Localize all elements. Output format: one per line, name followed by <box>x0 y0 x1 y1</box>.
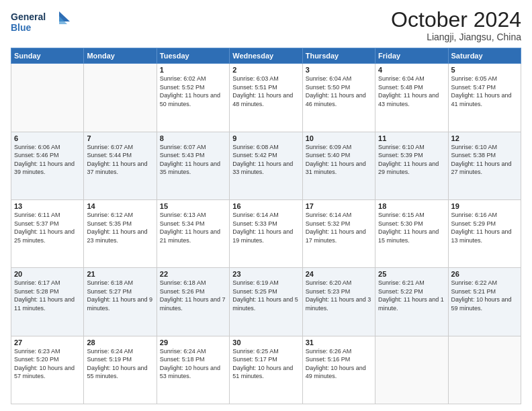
day-number: 13 <box>14 202 81 210</box>
day-number: 10 <box>306 134 372 142</box>
day-info: Sunrise: 6:21 AM Sunset: 5:22 PM Dayligh… <box>378 279 445 312</box>
day-info: Sunrise: 6:24 AM Sunset: 5:19 PM Dayligh… <box>87 347 153 381</box>
day-info: Sunrise: 6:06 AM Sunset: 5:46 PM Dayligh… <box>14 143 81 177</box>
col-tuesday: Tuesday <box>157 48 229 64</box>
svg-text:General: General <box>11 11 46 22</box>
day-number: 26 <box>451 270 518 278</box>
day-info: Sunrise: 6:15 AM Sunset: 5:30 PM Dayligh… <box>378 211 445 244</box>
table-row: 28Sunrise: 6:24 AM Sunset: 5:19 PM Dayli… <box>84 336 157 404</box>
day-info: Sunrise: 6:19 AM Sunset: 5:25 PM Dayligh… <box>232 279 299 312</box>
day-info: Sunrise: 6:07 AM Sunset: 5:44 PM Dayligh… <box>87 143 153 177</box>
table-row: 23Sunrise: 6:19 AM Sunset: 5:25 PM Dayli… <box>230 268 302 336</box>
day-number: 21 <box>87 270 153 278</box>
calendar-week-row: 27Sunrise: 6:23 AM Sunset: 5:20 PM Dayli… <box>11 336 521 404</box>
day-info: Sunrise: 6:23 AM Sunset: 5:20 PM Dayligh… <box>14 347 81 381</box>
day-info: Sunrise: 6:18 AM Sunset: 5:27 PM Dayligh… <box>87 279 153 312</box>
table-row: 12Sunrise: 6:10 AM Sunset: 5:38 PM Dayli… <box>448 132 521 199</box>
day-info: Sunrise: 6:10 AM Sunset: 5:38 PM Dayligh… <box>451 143 518 177</box>
day-info: Sunrise: 6:07 AM Sunset: 5:43 PM Dayligh… <box>160 143 226 177</box>
table-row: 10Sunrise: 6:09 AM Sunset: 5:40 PM Dayli… <box>302 132 375 199</box>
day-info: Sunrise: 6:17 AM Sunset: 5:28 PM Dayligh… <box>14 279 81 312</box>
day-info: Sunrise: 6:02 AM Sunset: 5:52 PM Dayligh… <box>160 75 226 108</box>
table-row: 11Sunrise: 6:10 AM Sunset: 5:39 PM Dayli… <box>375 132 448 199</box>
day-info: Sunrise: 6:04 AM Sunset: 5:50 PM Dayligh… <box>306 75 372 108</box>
calendar-week-row: 6Sunrise: 6:06 AM Sunset: 5:46 PM Daylig… <box>11 132 521 199</box>
day-number: 19 <box>451 202 518 210</box>
table-row: 24Sunrise: 6:20 AM Sunset: 5:23 PM Dayli… <box>302 268 375 336</box>
header: General Blue October 2024 Liangji, Jiang… <box>11 8 521 42</box>
day-info: Sunrise: 6:24 AM Sunset: 5:18 PM Dayligh… <box>160 347 226 381</box>
table-row: 18Sunrise: 6:15 AM Sunset: 5:30 PM Dayli… <box>375 199 448 267</box>
day-info: Sunrise: 6:14 AM Sunset: 5:33 PM Dayligh… <box>232 211 299 244</box>
col-wednesday: Wednesday <box>230 48 302 64</box>
table-row <box>375 336 448 404</box>
day-number: 8 <box>160 134 226 142</box>
page: General Blue October 2024 Liangji, Jiang… <box>0 0 532 411</box>
col-thursday: Thursday <box>302 48 375 64</box>
day-info: Sunrise: 6:13 AM Sunset: 5:34 PM Dayligh… <box>160 211 226 244</box>
table-row: 3Sunrise: 6:04 AM Sunset: 5:50 PM Daylig… <box>302 64 375 132</box>
table-row: 19Sunrise: 6:16 AM Sunset: 5:29 PM Dayli… <box>448 199 521 267</box>
logo-area: General Blue <box>11 8 71 40</box>
day-info: Sunrise: 6:18 AM Sunset: 5:26 PM Dayligh… <box>160 279 226 312</box>
calendar-week-row: 13Sunrise: 6:11 AM Sunset: 5:37 PM Dayli… <box>11 199 521 267</box>
day-number: 14 <box>87 202 153 210</box>
title-area: October 2024 Liangji, Jiangsu, China <box>391 8 521 42</box>
day-info: Sunrise: 6:20 AM Sunset: 5:23 PM Dayligh… <box>306 279 372 312</box>
day-number: 25 <box>378 270 445 278</box>
day-number: 30 <box>232 338 299 347</box>
day-number: 1 <box>160 66 226 74</box>
table-row: 29Sunrise: 6:24 AM Sunset: 5:18 PM Dayli… <box>157 336 229 404</box>
day-number: 4 <box>378 66 445 74</box>
table-row: 31Sunrise: 6:26 AM Sunset: 5:16 PM Dayli… <box>302 336 375 404</box>
table-row <box>11 64 84 132</box>
day-info: Sunrise: 6:22 AM Sunset: 5:21 PM Dayligh… <box>451 279 518 312</box>
table-row: 8Sunrise: 6:07 AM Sunset: 5:43 PM Daylig… <box>157 132 229 199</box>
col-monday: Monday <box>84 48 157 64</box>
day-number: 9 <box>232 134 299 142</box>
day-number: 3 <box>306 66 372 74</box>
day-number: 28 <box>87 338 153 347</box>
table-row: 26Sunrise: 6:22 AM Sunset: 5:21 PM Dayli… <box>448 268 521 336</box>
day-number: 16 <box>232 202 299 210</box>
table-row: 15Sunrise: 6:13 AM Sunset: 5:34 PM Dayli… <box>157 199 229 267</box>
day-number: 2 <box>232 66 299 74</box>
day-number: 31 <box>306 338 372 347</box>
day-number: 17 <box>306 202 372 210</box>
day-number: 27 <box>14 338 81 347</box>
day-number: 12 <box>451 134 518 142</box>
day-number: 23 <box>232 270 299 278</box>
day-number: 5 <box>451 66 518 74</box>
calendar-table: Sunday Monday Tuesday Wednesday Thursday… <box>11 48 521 404</box>
day-number: 29 <box>160 338 226 347</box>
svg-text:Blue: Blue <box>11 22 32 33</box>
table-row <box>448 336 521 404</box>
day-number: 20 <box>14 270 81 278</box>
day-number: 22 <box>160 270 226 278</box>
calendar-week-row: 20Sunrise: 6:17 AM Sunset: 5:28 PM Dayli… <box>11 268 521 336</box>
day-info: Sunrise: 6:12 AM Sunset: 5:35 PM Dayligh… <box>87 211 153 244</box>
day-number: 7 <box>87 134 153 142</box>
table-row: 5Sunrise: 6:05 AM Sunset: 5:47 PM Daylig… <box>448 64 521 132</box>
calendar-header-row: Sunday Monday Tuesday Wednesday Thursday… <box>11 48 521 64</box>
table-row: 4Sunrise: 6:04 AM Sunset: 5:48 PM Daylig… <box>375 64 448 132</box>
table-row: 16Sunrise: 6:14 AM Sunset: 5:33 PM Dayli… <box>230 199 302 267</box>
day-info: Sunrise: 6:04 AM Sunset: 5:48 PM Dayligh… <box>378 75 445 108</box>
day-info: Sunrise: 6:16 AM Sunset: 5:29 PM Dayligh… <box>451 211 518 244</box>
col-saturday: Saturday <box>448 48 521 64</box>
col-sunday: Sunday <box>11 48 84 64</box>
day-info: Sunrise: 6:26 AM Sunset: 5:16 PM Dayligh… <box>306 347 372 381</box>
table-row: 1Sunrise: 6:02 AM Sunset: 5:52 PM Daylig… <box>157 64 229 132</box>
calendar-week-row: 1Sunrise: 6:02 AM Sunset: 5:52 PM Daylig… <box>11 64 521 132</box>
table-row: 30Sunrise: 6:25 AM Sunset: 5:17 PM Dayli… <box>230 336 302 404</box>
table-row: 25Sunrise: 6:21 AM Sunset: 5:22 PM Dayli… <box>375 268 448 336</box>
day-number: 15 <box>160 202 226 210</box>
day-info: Sunrise: 6:14 AM Sunset: 5:32 PM Dayligh… <box>306 211 372 244</box>
table-row: 27Sunrise: 6:23 AM Sunset: 5:20 PM Dayli… <box>11 336 84 404</box>
table-row <box>84 64 157 132</box>
day-info: Sunrise: 6:10 AM Sunset: 5:39 PM Dayligh… <box>378 143 445 177</box>
day-number: 18 <box>378 202 445 210</box>
day-info: Sunrise: 6:25 AM Sunset: 5:17 PM Dayligh… <box>232 347 299 381</box>
table-row: 6Sunrise: 6:06 AM Sunset: 5:46 PM Daylig… <box>11 132 84 199</box>
location: Liangji, Jiangsu, China <box>391 32 521 42</box>
